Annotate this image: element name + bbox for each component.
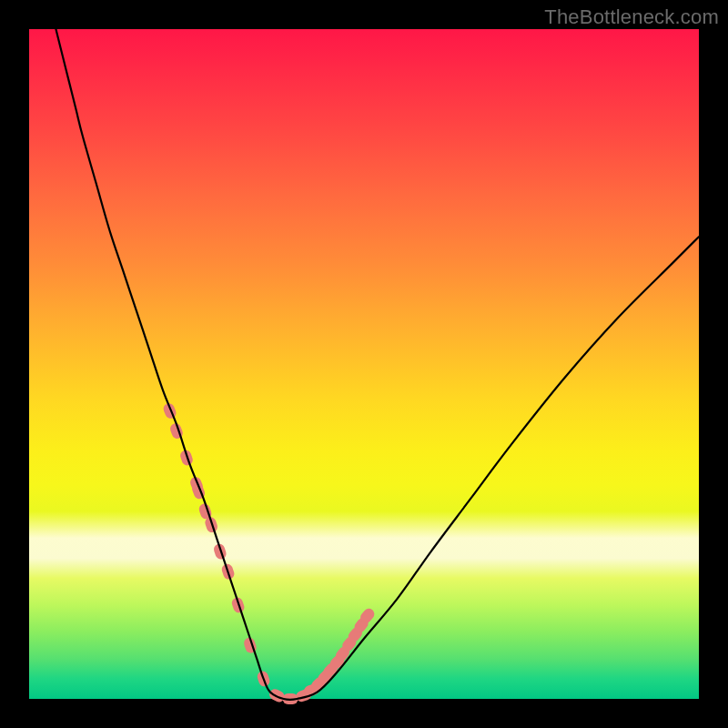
bottleneck-curve: [56, 29, 699, 700]
highlight-marker: [162, 401, 177, 420]
curve-layer: [29, 29, 699, 699]
plot-area: [29, 29, 699, 699]
chart-frame: TheBottleneck.com: [0, 0, 728, 728]
watermark-text: TheBottleneck.com: [544, 5, 719, 29]
highlight-marker-group: [162, 401, 377, 704]
svg-rect-0: [162, 401, 177, 420]
